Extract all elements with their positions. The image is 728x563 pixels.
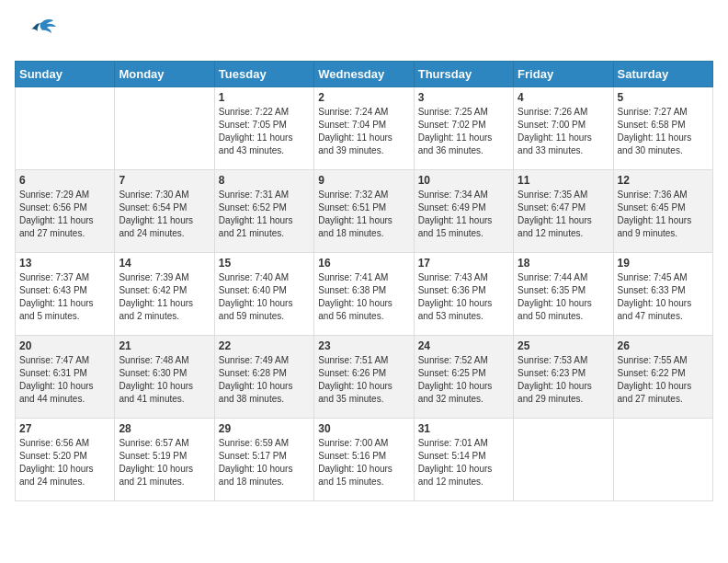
calendar-cell: 29Sunrise: 6:59 AMSunset: 5:17 PMDayligh…	[214, 419, 313, 501]
calendar-cell: 21Sunrise: 7:48 AMSunset: 6:30 PMDayligh…	[115, 336, 214, 419]
page-header	[15, 15, 713, 52]
day-info: Sunrise: 7:49 AMSunset: 6:28 PMDaylight:…	[219, 354, 310, 406]
calendar-cell: 23Sunrise: 7:51 AMSunset: 6:26 PMDayligh…	[314, 336, 414, 419]
day-number: 3	[418, 91, 509, 104]
day-number: 8	[219, 174, 310, 187]
day-number: 28	[119, 422, 210, 435]
daylight-text: Daylight: 11 hours and 39 minutes.	[318, 132, 392, 155]
sunset-text: Sunset: 6:35 PM	[518, 285, 586, 295]
logo-icon	[15, 15, 61, 52]
sunrise-text: Sunrise: 7:43 AM	[418, 272, 488, 282]
day-number: 9	[318, 174, 409, 187]
day-info: Sunrise: 7:25 AMSunset: 7:02 PMDaylight:…	[418, 106, 509, 157]
day-info: Sunrise: 7:37 AMSunset: 6:43 PMDaylight:…	[19, 271, 110, 323]
day-number: 12	[618, 174, 709, 187]
calendar-cell: 28Sunrise: 6:57 AMSunset: 5:19 PMDayligh…	[115, 419, 214, 501]
sunrise-text: Sunrise: 7:48 AM	[119, 355, 188, 365]
day-number: 7	[119, 174, 210, 187]
day-info: Sunrise: 7:44 AMSunset: 6:35 PMDaylight:…	[518, 271, 609, 323]
daylight-text: Daylight: 10 hours and 32 minutes.	[418, 381, 493, 404]
sunrise-text: Sunrise: 7:27 AM	[618, 107, 688, 117]
sunrise-text: Sunrise: 7:36 AM	[618, 190, 688, 200]
sunrise-text: Sunrise: 7:31 AM	[219, 190, 289, 200]
sunrise-text: Sunrise: 7:44 AM	[518, 272, 587, 282]
sunrise-text: Sunrise: 7:25 AM	[418, 107, 488, 117]
calendar-week-row: 13Sunrise: 7:37 AMSunset: 6:43 PMDayligh…	[16, 253, 713, 336]
sunset-text: Sunset: 6:52 PM	[219, 202, 287, 213]
daylight-text: Daylight: 11 hours and 27 minutes.	[19, 215, 94, 238]
calendar-cell: 16Sunrise: 7:41 AMSunset: 6:38 PMDayligh…	[314, 253, 414, 336]
sunset-text: Sunset: 6:40 PM	[219, 285, 287, 295]
sunset-text: Sunset: 6:43 PM	[19, 285, 87, 295]
calendar-cell: 20Sunrise: 7:47 AMSunset: 6:31 PMDayligh…	[16, 336, 115, 419]
calendar-header: SundayMondayTuesdayWednesdayThursdayFrid…	[16, 62, 713, 87]
calendar-cell: 9Sunrise: 7:32 AMSunset: 6:51 PMDaylight…	[314, 170, 414, 253]
day-info: Sunrise: 7:51 AMSunset: 6:26 PMDaylight:…	[318, 354, 409, 406]
day-number: 15	[219, 257, 310, 270]
sunrise-text: Sunrise: 7:45 AM	[618, 272, 688, 282]
daylight-text: Daylight: 10 hours and 24 minutes.	[19, 464, 94, 487]
day-info: Sunrise: 7:22 AMSunset: 7:05 PMDaylight:…	[219, 106, 310, 157]
daylight-text: Daylight: 10 hours and 21 minutes.	[119, 464, 193, 487]
weekday-header-wednesday: Wednesday	[314, 62, 414, 87]
sunrise-text: Sunrise: 7:51 AM	[318, 355, 388, 365]
day-info: Sunrise: 7:45 AMSunset: 6:33 PMDaylight:…	[618, 271, 709, 323]
calendar-cell: 11Sunrise: 7:35 AMSunset: 6:47 PMDayligh…	[514, 170, 613, 253]
daylight-text: Daylight: 10 hours and 18 minutes.	[219, 464, 293, 487]
weekday-header-monday: Monday	[115, 62, 214, 87]
calendar-cell: 26Sunrise: 7:55 AMSunset: 6:22 PMDayligh…	[613, 336, 712, 419]
sunrise-text: Sunrise: 7:47 AM	[19, 355, 89, 365]
day-info: Sunrise: 7:29 AMSunset: 6:56 PMDaylight:…	[19, 189, 110, 240]
calendar-cell: 31Sunrise: 7:01 AMSunset: 5:14 PMDayligh…	[414, 419, 513, 501]
sunset-text: Sunset: 6:30 PM	[119, 368, 187, 378]
sunset-text: Sunset: 6:36 PM	[418, 285, 486, 295]
sunrise-text: Sunrise: 7:24 AM	[318, 107, 388, 117]
calendar-cell: 8Sunrise: 7:31 AMSunset: 6:52 PMDaylight…	[214, 170, 313, 253]
daylight-text: Daylight: 10 hours and 47 minutes.	[618, 298, 692, 321]
daylight-text: Daylight: 11 hours and 18 minutes.	[318, 215, 392, 238]
calendar-cell: 18Sunrise: 7:44 AMSunset: 6:35 PMDayligh…	[514, 253, 613, 336]
day-info: Sunrise: 7:52 AMSunset: 6:25 PMDaylight:…	[418, 354, 509, 406]
sunrise-text: Sunrise: 7:53 AM	[518, 355, 587, 365]
daylight-text: Daylight: 11 hours and 2 minutes.	[119, 298, 193, 321]
weekday-header-saturday: Saturday	[613, 62, 712, 87]
daylight-text: Daylight: 11 hours and 21 minutes.	[219, 215, 293, 238]
sunset-text: Sunset: 6:25 PM	[418, 368, 486, 378]
sunset-text: Sunset: 6:42 PM	[119, 285, 187, 295]
day-info: Sunrise: 7:53 AMSunset: 6:23 PMDaylight:…	[518, 354, 609, 406]
day-info: Sunrise: 7:26 AMSunset: 7:00 PMDaylight:…	[518, 106, 609, 157]
calendar-cell: 10Sunrise: 7:34 AMSunset: 6:49 PMDayligh…	[414, 170, 513, 253]
sunset-text: Sunset: 7:04 PM	[318, 120, 386, 130]
calendar-cell: 6Sunrise: 7:29 AMSunset: 6:56 PMDaylight…	[16, 170, 115, 253]
sunrise-text: Sunrise: 7:49 AM	[219, 355, 289, 365]
day-number: 23	[318, 339, 409, 352]
day-number: 31	[418, 422, 509, 435]
calendar-cell: 13Sunrise: 7:37 AMSunset: 6:43 PMDayligh…	[16, 253, 115, 336]
calendar-cell: 27Sunrise: 6:56 AMSunset: 5:20 PMDayligh…	[16, 419, 115, 501]
calendar-cell: 22Sunrise: 7:49 AMSunset: 6:28 PMDayligh…	[214, 336, 313, 419]
day-number: 17	[418, 257, 509, 270]
sunset-text: Sunset: 6:28 PM	[219, 368, 287, 378]
day-info: Sunrise: 7:55 AMSunset: 6:22 PMDaylight:…	[618, 354, 709, 406]
calendar-cell: 30Sunrise: 7:00 AMSunset: 5:16 PMDayligh…	[314, 419, 414, 501]
calendar-cell: 19Sunrise: 7:45 AMSunset: 6:33 PMDayligh…	[613, 253, 712, 336]
calendar-table: SundayMondayTuesdayWednesdayThursdayFrid…	[15, 61, 713, 501]
sunset-text: Sunset: 6:33 PM	[618, 285, 686, 295]
sunrise-text: Sunrise: 7:22 AM	[219, 107, 289, 117]
day-number: 4	[518, 91, 609, 104]
sunrise-text: Sunrise: 7:39 AM	[119, 272, 188, 282]
daylight-text: Daylight: 10 hours and 56 minutes.	[318, 298, 392, 321]
day-info: Sunrise: 7:36 AMSunset: 6:45 PMDaylight:…	[618, 189, 709, 240]
day-info: Sunrise: 7:35 AMSunset: 6:47 PMDaylight:…	[518, 189, 609, 240]
weekday-header-tuesday: Tuesday	[214, 62, 313, 87]
sunrise-text: Sunrise: 7:35 AM	[518, 190, 587, 200]
sunset-text: Sunset: 6:31 PM	[19, 368, 87, 378]
daylight-text: Daylight: 10 hours and 53 minutes.	[418, 298, 493, 321]
logo	[15, 15, 64, 52]
calendar-cell: 25Sunrise: 7:53 AMSunset: 6:23 PMDayligh…	[514, 336, 613, 419]
daylight-text: Daylight: 11 hours and 24 minutes.	[119, 215, 193, 238]
daylight-text: Daylight: 10 hours and 35 minutes.	[318, 381, 392, 404]
day-info: Sunrise: 7:00 AMSunset: 5:16 PMDaylight:…	[318, 437, 409, 488]
sunset-text: Sunset: 5:14 PM	[418, 451, 486, 461]
day-number: 14	[119, 257, 210, 270]
